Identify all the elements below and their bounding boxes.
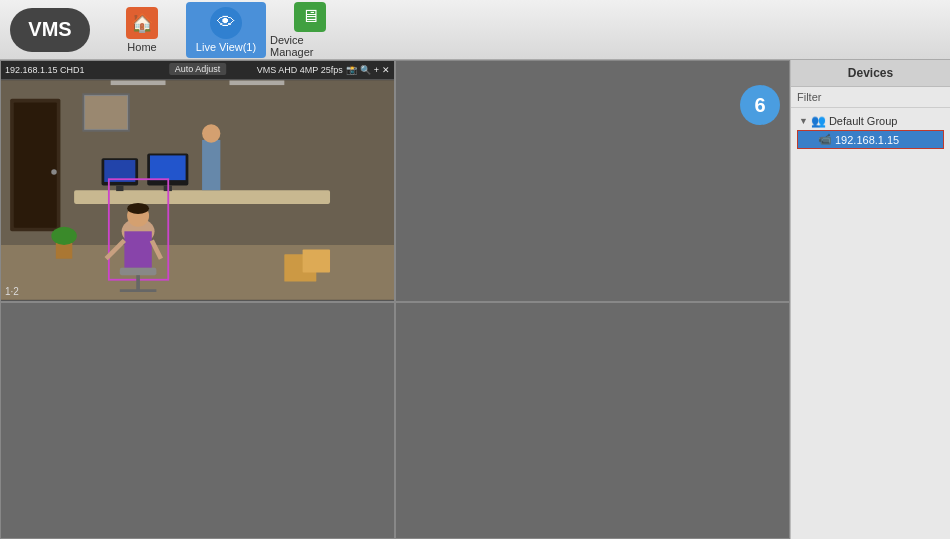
camera-cell-bottomleft[interactable] bbox=[0, 302, 395, 539]
chevron-down-icon: ▼ bbox=[799, 116, 808, 126]
camera-cell-bottomright[interactable] bbox=[395, 302, 790, 539]
cam-controls: VMS AHD 4MP 25fps 📸 🔍 + ✕ bbox=[257, 65, 390, 75]
device-tree: ▼ 👥 Default Group 📹 192.168.1.15 bbox=[791, 108, 950, 539]
home-label: Home bbox=[127, 41, 156, 53]
camera-area: 192.168.1.15 CHD1 VMS AHD 4MP 25fps 📸 🔍 … bbox=[0, 60, 790, 539]
svg-point-19 bbox=[127, 203, 149, 214]
home-icon: 🏠 bbox=[126, 7, 158, 39]
svg-rect-13 bbox=[150, 155, 186, 180]
grid-bottom bbox=[0, 302, 790, 539]
svg-rect-25 bbox=[202, 140, 220, 190]
svg-rect-7 bbox=[85, 96, 127, 129]
devicemgr-icon: 🖥 bbox=[294, 2, 326, 32]
svg-rect-17 bbox=[124, 231, 151, 268]
svg-point-30 bbox=[51, 227, 77, 245]
svg-point-5 bbox=[51, 169, 56, 174]
nav-home[interactable]: 🏠 Home bbox=[102, 2, 182, 58]
svg-rect-4 bbox=[14, 102, 57, 227]
vms-logo: VMS bbox=[10, 8, 90, 52]
filter-row[interactable]: Filter bbox=[791, 87, 950, 108]
tree-group: ▼ 👥 Default Group 📹 192.168.1.15 bbox=[791, 108, 950, 153]
svg-rect-22 bbox=[120, 268, 157, 275]
cell-corner-label: 1·2 bbox=[5, 286, 19, 297]
svg-rect-31 bbox=[111, 80, 166, 85]
tree-group-row[interactable]: ▼ 👥 Default Group bbox=[797, 112, 944, 130]
camera-cell-topright[interactable] bbox=[395, 60, 790, 302]
svg-rect-11 bbox=[116, 186, 123, 191]
camera-cell-topleft[interactable]: 192.168.1.15 CHD1 VMS AHD 4MP 25fps 📸 🔍 … bbox=[0, 60, 395, 302]
grid-top: 192.168.1.15 CHD1 VMS AHD 4MP 25fps 📸 🔍 … bbox=[0, 60, 790, 302]
nav-devicemgr[interactable]: 🖥 Device Manager bbox=[270, 2, 350, 58]
svg-rect-28 bbox=[303, 250, 330, 273]
right-panel: Devices Filter ▼ 👥 Default Group 📹 192.1… bbox=[790, 60, 950, 539]
tree-device-row[interactable]: 📹 192.168.1.15 bbox=[797, 130, 944, 149]
group-label: Default Group bbox=[829, 115, 897, 127]
svg-point-26 bbox=[202, 124, 220, 142]
camera-icon: 📹 bbox=[818, 133, 832, 146]
svg-rect-8 bbox=[74, 190, 330, 204]
devices-header: Devices bbox=[791, 60, 950, 87]
topbar: VMS 🏠 Home 👁 Live View(1) 🖥 Device Manag… bbox=[0, 0, 950, 60]
liveview-label: Live View(1) bbox=[196, 41, 256, 53]
device-label: 192.168.1.15 bbox=[835, 134, 899, 146]
main-area: 192.168.1.15 CHD1 VMS AHD 4MP 25fps 📸 🔍 … bbox=[0, 60, 950, 539]
nav-liveview[interactable]: 👁 Live View(1) bbox=[186, 2, 266, 58]
badge-number: 6 bbox=[740, 85, 780, 125]
liveview-icon: 👁 bbox=[210, 7, 242, 39]
auto-adjust-btn[interactable]: Auto Adjust bbox=[169, 63, 227, 75]
cam-subtitle: VMS AHD 4MP 25fps bbox=[257, 65, 343, 75]
devicemgr-label: Device Manager bbox=[270, 34, 350, 58]
group-icon: 👥 bbox=[811, 114, 826, 128]
svg-rect-32 bbox=[229, 80, 284, 85]
